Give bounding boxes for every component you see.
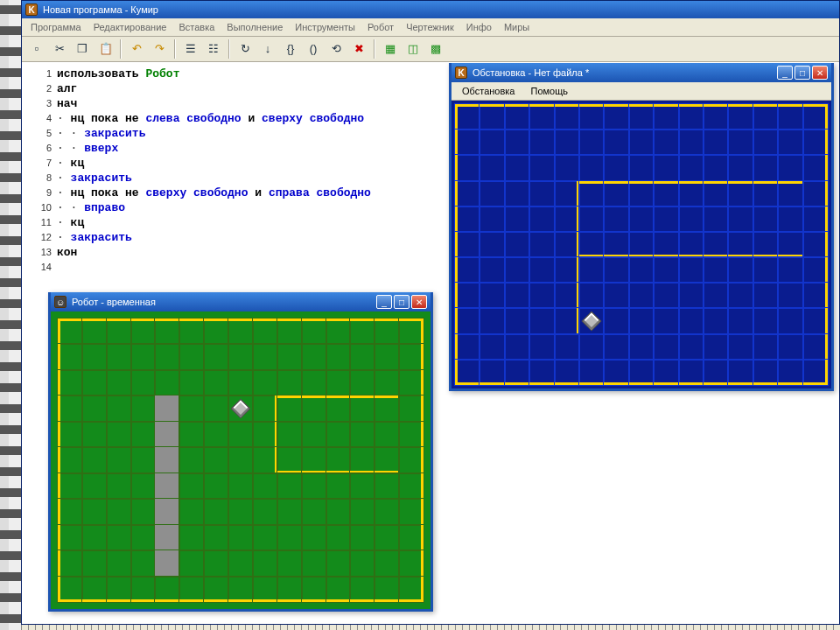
grid-cell[interactable] (350, 422, 374, 447)
grid-cell[interactable] (155, 525, 179, 550)
grid-cell[interactable] (131, 396, 156, 421)
grid-cell[interactable] (131, 473, 156, 499)
brace1-icon[interactable]: {} (281, 39, 300, 59)
grid-cell[interactable] (654, 308, 678, 333)
grid-cell[interactable] (82, 447, 107, 472)
grid-cell[interactable] (326, 422, 351, 447)
grid-cell[interactable] (204, 318, 228, 344)
grid-cell[interactable] (604, 232, 628, 257)
grid-cell[interactable] (350, 344, 374, 369)
grid-cell[interactable] (753, 130, 778, 155)
grid-cell[interactable] (82, 396, 107, 421)
cut-icon[interactable]: ✂ (50, 39, 69, 59)
grid-cell[interactable] (679, 155, 704, 180)
undo-icon[interactable]: ↶ (127, 39, 146, 59)
grid-cell[interactable] (704, 360, 728, 385)
grid-cell[interactable] (778, 104, 802, 130)
grid-cell[interactable] (803, 257, 828, 283)
grid-cell[interactable] (131, 577, 156, 602)
grid-cell[interactable] (728, 232, 752, 257)
grid-cell[interactable] (107, 577, 131, 602)
paste-icon[interactable]: 📋 (95, 39, 115, 59)
grid-cell[interactable] (753, 206, 778, 232)
code-content[interactable]: · закрасить (57, 171, 132, 186)
grid-cell[interactable] (555, 360, 579, 385)
grid-cell[interactable] (555, 308, 579, 333)
maximize-button[interactable]: □ (394, 295, 410, 309)
grid-cell[interactable] (505, 206, 529, 232)
grid-cell[interactable] (803, 283, 828, 308)
grid-cell[interactable] (131, 318, 156, 344)
grid-cell[interactable] (374, 447, 399, 472)
grid-cell[interactable] (228, 344, 253, 369)
grid-cell[interactable] (704, 232, 728, 257)
minimize-button[interactable]: _ (376, 295, 392, 309)
grid-cell[interactable] (350, 370, 374, 396)
menu-инфо[interactable]: Инфо (461, 20, 497, 34)
grid-cell[interactable] (179, 344, 204, 369)
grid-cell[interactable] (399, 422, 424, 447)
grid-cell[interactable] (253, 447, 277, 472)
grid-cell[interactable] (302, 525, 326, 550)
grid-cell[interactable] (374, 344, 399, 369)
code-content[interactable]: · нц пока не слева свободно и сверху сво… (57, 111, 364, 126)
grid-cell[interactable] (480, 360, 504, 385)
grid-cell[interactable] (58, 499, 82, 524)
grid-cell[interactable] (579, 181, 604, 206)
brace2-icon[interactable]: () (304, 39, 323, 59)
grid-cell[interactable] (753, 334, 778, 360)
grid-cell[interactable] (326, 577, 351, 602)
grid-cell[interactable] (179, 396, 204, 421)
grid-cell[interactable] (253, 577, 277, 602)
grid-cell[interactable] (228, 499, 253, 524)
grid-cell[interactable] (529, 232, 554, 257)
grid-cell[interactable] (654, 257, 678, 283)
grid-cell[interactable] (326, 550, 351, 576)
grid-cell[interactable] (480, 283, 504, 308)
grid-cell[interactable] (58, 525, 82, 550)
menu-робот[interactable]: Робот (362, 20, 399, 34)
grid-cell[interactable] (505, 334, 529, 360)
grid-cell[interactable] (228, 318, 253, 344)
robot-window[interactable]: ☺ Робот - временная _ □ ✕ (48, 292, 433, 612)
close-button[interactable]: ✕ (411, 295, 427, 309)
code-content[interactable]: нач (57, 96, 77, 111)
grid-cell[interactable] (579, 308, 604, 333)
grid-cell[interactable] (179, 318, 204, 344)
grid-cell[interactable] (728, 360, 752, 385)
grid-cell[interactable] (131, 499, 156, 524)
grid-cell[interactable] (253, 344, 277, 369)
grid-cell[interactable] (679, 130, 704, 155)
minimize-button[interactable]: _ (777, 66, 793, 80)
grid-cell[interactable] (277, 396, 302, 421)
grid-cell[interactable] (604, 334, 628, 360)
grid-cell[interactable] (629, 181, 654, 206)
step-icon[interactable]: ↓ (258, 39, 277, 59)
grid-cell[interactable] (374, 577, 399, 602)
grid-cell[interactable] (155, 577, 179, 602)
grid-cell[interactable] (204, 499, 228, 524)
grid-cell[interactable] (480, 257, 504, 283)
code-content[interactable]: · · закрасить (57, 126, 145, 141)
grid-cell[interactable] (277, 318, 302, 344)
grid-cell[interactable] (654, 232, 678, 257)
grid-cell[interactable] (277, 577, 302, 602)
grid-cell[interactable] (399, 370, 424, 396)
grid-cell[interactable] (803, 155, 828, 180)
grid-cell[interactable] (155, 473, 179, 499)
grid-cell[interactable] (179, 370, 204, 396)
grid-cell[interactable] (704, 181, 728, 206)
grid-cell[interactable] (82, 525, 107, 550)
grid-cell[interactable] (58, 422, 82, 447)
grid-cell[interactable] (107, 422, 131, 447)
grid-cell[interactable] (529, 360, 554, 385)
grid-cell[interactable] (803, 334, 828, 360)
grid-cell[interactable] (399, 344, 424, 369)
grid-cell[interactable] (399, 525, 424, 550)
grid-cell[interactable] (155, 422, 179, 447)
grid-cell[interactable] (326, 525, 351, 550)
grid-cell[interactable] (629, 308, 654, 333)
grid-cell[interactable] (326, 473, 351, 499)
grid-cell[interactable] (555, 130, 579, 155)
grid-cell[interactable] (679, 334, 704, 360)
